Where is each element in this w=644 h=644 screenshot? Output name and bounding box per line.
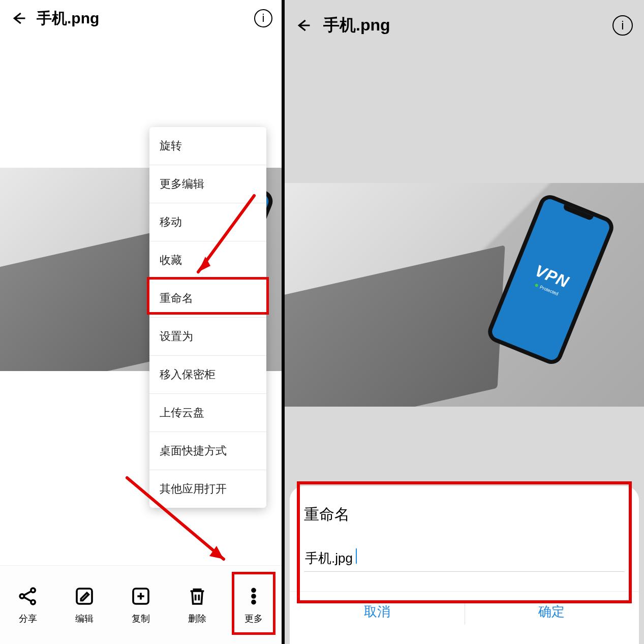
trash-icon xyxy=(186,585,208,607)
tool-delete[interactable]: 删除 xyxy=(177,585,218,625)
right-screenshot: 手机.png i VPNProtected 重命名 取消 确定 xyxy=(285,0,644,644)
confirm-button[interactable]: 确定 xyxy=(465,592,639,634)
svg-point-11 xyxy=(252,589,255,592)
menu-item-favorite[interactable]: 收藏 xyxy=(149,241,266,280)
svg-point-13 xyxy=(252,601,255,604)
tool-label: 编辑 xyxy=(75,612,94,625)
top-bar: 手机.png i xyxy=(285,0,644,51)
menu-item-rename[interactable]: 重命名 xyxy=(149,280,266,318)
photo-preview[interactable]: VPNProtected xyxy=(285,183,644,407)
edit-icon xyxy=(73,585,96,607)
svg-line-5 xyxy=(24,591,32,595)
dialog-title: 重命名 xyxy=(304,504,625,525)
text-cursor xyxy=(356,548,357,564)
menu-item-move[interactable]: 移动 xyxy=(149,203,266,241)
share-icon xyxy=(17,585,39,607)
back-icon[interactable] xyxy=(295,17,312,34)
tool-edit[interactable]: 编辑 xyxy=(64,585,105,625)
menu-item-shortcut[interactable]: 桌面快捷方式 xyxy=(149,432,266,470)
svg-line-6 xyxy=(24,597,32,601)
copy-icon xyxy=(130,585,152,607)
tool-label: 删除 xyxy=(188,612,206,625)
bottom-toolbar: 分享 编辑 复制 删除 更多 xyxy=(0,565,282,644)
info-icon[interactable]: i xyxy=(254,9,272,27)
more-menu: 旋转 更多编辑 移动 收藏 重命名 设置为 移入保密柜 上传云盘 桌面快捷方式 … xyxy=(149,127,266,508)
tool-share[interactable]: 分享 xyxy=(8,585,48,625)
dialog-buttons: 取消 确定 xyxy=(290,591,639,634)
top-bar: 手机.png i xyxy=(0,0,282,37)
menu-item-open-with[interactable]: 其他应用打开 xyxy=(149,470,266,508)
svg-point-12 xyxy=(252,595,255,598)
info-icon[interactable]: i xyxy=(612,15,633,36)
tool-copy[interactable]: 复制 xyxy=(120,585,161,625)
page-title: 手机.png xyxy=(37,8,99,29)
tool-label: 更多 xyxy=(244,612,263,625)
tool-label: 分享 xyxy=(19,612,37,625)
left-screenshot: 手机.png i VPNProtected 旋转 更多编辑 移动 收藏 重命名 … xyxy=(0,0,282,644)
menu-item-rotate[interactable]: 旋转 xyxy=(149,127,266,165)
rename-input[interactable] xyxy=(304,547,625,572)
page-title: 手机.png xyxy=(323,14,390,37)
rename-dialog: 重命名 取消 确定 xyxy=(290,486,639,644)
menu-item-safe[interactable]: 移入保密柜 xyxy=(149,356,266,394)
menu-item-more-edit[interactable]: 更多编辑 xyxy=(149,165,266,203)
more-icon xyxy=(242,585,265,607)
tool-label: 复制 xyxy=(132,612,150,625)
menu-item-cloud[interactable]: 上传云盘 xyxy=(149,394,266,432)
back-icon[interactable] xyxy=(10,10,27,27)
tool-more[interactable]: 更多 xyxy=(233,585,274,625)
cancel-button[interactable]: 取消 xyxy=(290,592,465,634)
menu-item-set-as[interactable]: 设置为 xyxy=(149,318,266,356)
